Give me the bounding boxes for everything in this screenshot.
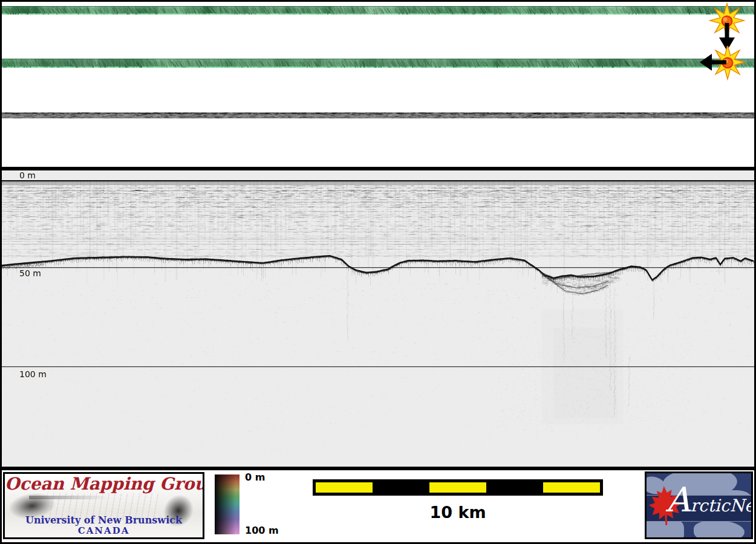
scale-bar-segment [429,482,486,493]
arcticnet-title: ArcticNet [666,483,753,517]
swath-strip-2 [2,59,754,68]
echogram-canvas [2,170,754,467]
arctic-map-land [694,520,745,539]
omg-survey-figure: 0 m 50 m 100 m Ocean Mapping Group Unive… [0,0,756,544]
swath-strips-panel [2,2,754,167]
arcticnet-logo: ArcticNet [645,471,753,539]
scale-bar-label: 10 km [313,503,603,522]
omg-university: University of New Brunswick [5,514,203,526]
scale-bar-segment [486,482,543,493]
depth-label-50m: 50 m [18,269,43,278]
omg-country: CANADA [5,525,203,536]
depth-label-0m: 0 m [18,171,37,180]
colorbar-label-top: 0 m [245,471,265,483]
colorbar-shading [215,474,240,534]
scale-bar-segment [543,482,600,493]
starburst-marker-left-icon [655,46,746,83]
scale-bar-segment [316,482,373,493]
omg-logo: Ocean Mapping Group University of New Br… [3,472,204,539]
omg-title: Ocean Mapping Group [5,474,203,494]
colorbar-label-bottom: 100 m [245,525,279,536]
swath-strip-1 [2,6,754,15]
depth-colorbar [215,474,240,534]
arcticnet-initial: A [666,480,690,519]
scale-bar-segment [373,482,429,493]
subbottom-echogram-panel: 0 m 50 m 100 m [2,167,754,470]
depth-label-100m: 100 m [18,370,48,379]
sidescan-strip [2,112,754,118]
scale-bar [313,479,603,496]
arcticnet-rest: rcticNet [690,496,753,516]
footer-bar: Ocean Mapping Group University of New Br… [2,470,754,542]
